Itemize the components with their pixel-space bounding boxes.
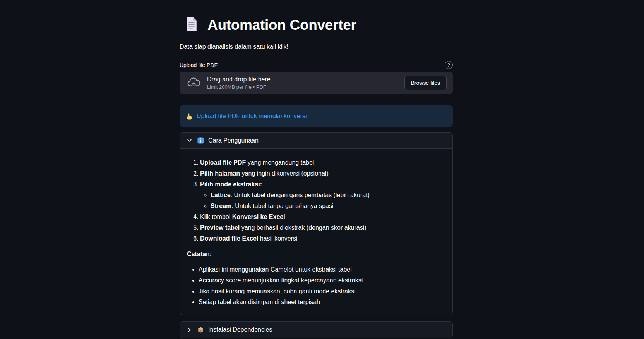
- notes-heading: Catatan:: [187, 249, 446, 260]
- file-dropzone[interactable]: Drag and drop file here Limit 200MB per …: [180, 72, 453, 94]
- uploader-label: Upload file PDF: [180, 62, 218, 68]
- note-item: Aplikasi ini menggunakan Camelot untuk e…: [199, 264, 446, 275]
- expander-deps-label: Instalasi Dependencies: [208, 326, 272, 333]
- page-facing-up-icon: [185, 16, 198, 33]
- chevron-down-icon: [187, 138, 192, 143]
- substep-item: Stream: Untuk tabel tanpa garis/hanya sp…: [211, 201, 446, 212]
- dropzone-hint: Limit 200MB per file • PDF: [207, 84, 271, 90]
- package-icon: [197, 327, 204, 333]
- step-item: Klik tombol Konversi ke Excel: [200, 212, 446, 222]
- step-item: Preview tabel yang berhasil diekstrak (d…: [200, 222, 446, 233]
- dropzone-title: Drag and drop file here: [207, 76, 271, 83]
- uploader-label-row: Upload file PDF ?: [180, 61, 453, 69]
- dropzone-texts: Drag and drop file here Limit 200MB per …: [207, 76, 271, 90]
- notes-list: Aplikasi ini menggunakan Camelot untuk e…: [186, 264, 446, 308]
- extraction-mode-substeps: Lattice: Untuk tabel dengan garis pembat…: [200, 190, 446, 212]
- point-up-icon: [186, 113, 193, 120]
- step-item: Download file Excel hasil konversi: [200, 233, 446, 244]
- note-item: Jika hasil kurang memuaskan, coba ganti …: [199, 286, 446, 297]
- substep-item: Lattice: Untuk tabel dengan garis pembat…: [211, 190, 446, 201]
- subtitle: Data siap dianalisis dalam satu kali kli…: [180, 43, 453, 50]
- information-icon: [197, 137, 204, 144]
- step-item: Pilih mode ekstraksi: Lattice: Untuk tab…: [200, 179, 446, 212]
- chevron-right-icon: [187, 327, 192, 333]
- help-icon[interactable]: ?: [445, 61, 453, 69]
- info-banner-text: Upload file PDF untuk memulai konversi: [197, 113, 307, 120]
- expander-usage-content: Upload file PDF yang mengandung tabel Pi…: [180, 149, 452, 315]
- note-item: Setiap tabel akan disimpan di sheet terp…: [199, 297, 446, 308]
- page-title: Automation Converter: [207, 18, 356, 32]
- expander-deps-header[interactable]: Instalasi Dependencies: [180, 322, 452, 338]
- expander-deps: Instalasi Dependencies: [180, 321, 453, 338]
- expander-usage-label: Cara Penggunaan: [208, 137, 259, 144]
- info-banner: Upload file PDF untuk memulai konversi: [180, 105, 453, 127]
- expander-usage: Cara Penggunaan Upload file PDF yang men…: [180, 132, 453, 315]
- cloud-upload-icon: [187, 77, 200, 89]
- main-content: Automation Converter Data siap dianalisi…: [180, 0, 453, 338]
- browse-files-button[interactable]: Browse files: [404, 76, 447, 90]
- step-item: Upload file PDF yang mengandung tabel: [200, 157, 446, 168]
- usage-steps: Upload file PDF yang mengandung tabel Pi…: [186, 157, 446, 244]
- note-item: Accuracy score menunjukkan tingkat keper…: [199, 275, 446, 286]
- page-header: Automation Converter: [180, 16, 453, 33]
- step-item: Pilih halaman yang ingin dikonversi (ops…: [200, 168, 446, 179]
- expander-usage-header[interactable]: Cara Penggunaan: [180, 133, 452, 149]
